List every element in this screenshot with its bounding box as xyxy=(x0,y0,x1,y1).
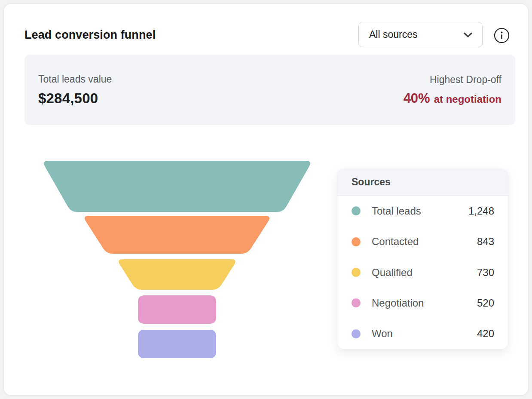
legend-value: 843 xyxy=(477,236,494,248)
legend-dot-icon xyxy=(352,298,361,307)
info-icon xyxy=(494,28,510,43)
legend-dot-icon xyxy=(352,268,361,277)
legend-row-negotiation: Negotiation520 xyxy=(337,288,508,318)
total-leads-value-block: Total leads value $284,500 xyxy=(38,74,112,107)
highest-dropoff-block: Highest Drop-off 40% at negotiation xyxy=(404,74,501,106)
dropoff-percent: 40% xyxy=(404,91,430,106)
page-title: Lead conversion funnel xyxy=(24,28,156,42)
legend-value: 1,248 xyxy=(468,205,494,217)
sources-filter-dropdown[interactable]: All sources xyxy=(358,22,483,47)
funnel-segment-total-leads[interactable] xyxy=(44,161,310,212)
funnel-chart xyxy=(35,155,327,366)
legend-dot-icon xyxy=(352,329,361,338)
legend-rows: Total leads1,248Contacted843Qualified730… xyxy=(337,196,508,349)
summary-bar: Total leads value $284,500 Highest Drop-… xyxy=(24,55,515,125)
total-leads-value: $284,500 xyxy=(38,90,112,107)
legend-dot-icon xyxy=(352,206,361,215)
legend-label: Won xyxy=(372,328,477,340)
legend-title: Sources xyxy=(337,169,508,196)
dropoff-detail: at negotiation xyxy=(434,93,501,105)
legend-label: Total leads xyxy=(372,205,468,217)
legend-label: Contacted xyxy=(372,236,477,248)
legend-label: Qualified xyxy=(372,267,477,279)
total-leads-value-label: Total leads value xyxy=(38,74,112,85)
legend-dot-icon xyxy=(352,237,361,246)
legend-row-won: Won420 xyxy=(337,319,508,349)
sources-legend-panel: Sources Total leads1,248Contacted843Qual… xyxy=(337,169,508,350)
legend-row-total-leads: Total leads1,248 xyxy=(337,196,508,226)
legend-label: Negotiation xyxy=(372,297,477,309)
legend-value: 520 xyxy=(477,297,494,309)
legend-row-contacted: Contacted843 xyxy=(337,226,508,257)
sources-filter-value: All sources xyxy=(369,29,417,40)
lead-funnel-card: Lead conversion funnel All sources Total… xyxy=(3,3,529,396)
highest-dropoff-value: 40% at negotiation xyxy=(404,91,501,106)
highest-dropoff-label: Highest Drop-off xyxy=(430,74,501,86)
funnel-segment-contacted[interactable] xyxy=(85,216,269,254)
info-button[interactable] xyxy=(494,28,510,43)
funnel-segment-qualified[interactable] xyxy=(119,259,235,290)
funnel-segment-won[interactable] xyxy=(138,330,216,358)
legend-row-qualified: Qualified730 xyxy=(337,257,508,288)
funnel-chart-svg xyxy=(35,155,327,366)
legend-value: 420 xyxy=(477,328,494,340)
funnel-segment-negotiation[interactable] xyxy=(138,295,216,324)
chevron-down-icon xyxy=(463,32,473,38)
legend-value: 730 xyxy=(477,267,494,279)
